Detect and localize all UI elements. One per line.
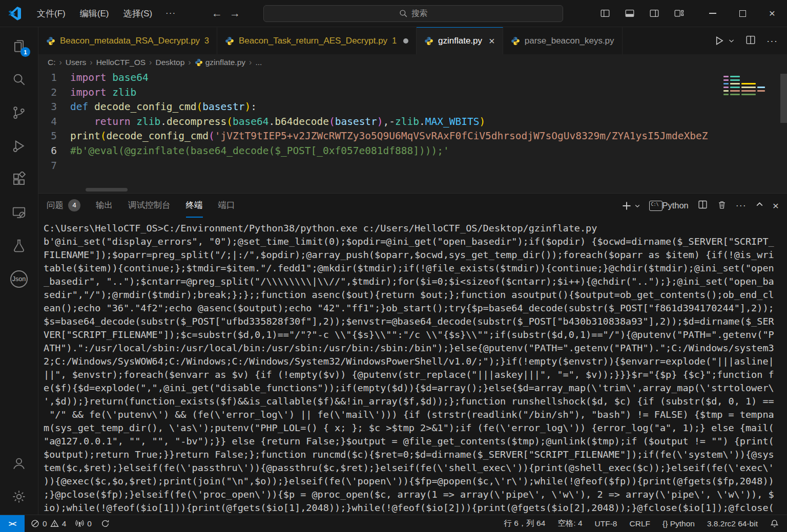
terminal-line: io);while(!@feof($io[1])){print(@fgets($… (44, 501, 787, 515)
title-bar: 文件(F) 编辑(E) 选择(S) ··· ← → 搜索 × (0, 0, 787, 27)
problems-count-badge: 4 (68, 199, 80, 211)
menu-more-icon[interactable]: ··· (160, 6, 181, 20)
account-icon[interactable] (7, 452, 31, 475)
code-line-3[interactable]: 3def decode_config_cmd(basestr): (38, 100, 787, 115)
warning-icon (50, 519, 59, 528)
code-line-6[interactable]: 6#b'@eval(@gzinflate(base64_decode($_POS… (38, 144, 787, 159)
problems-status[interactable]: 0 4 (31, 519, 66, 528)
search-icon (399, 9, 408, 18)
code-line-4[interactable]: 4 return zlib.decompress(base64.b64decod… (38, 115, 787, 130)
breadcrumb-separator-icon: › (248, 58, 253, 67)
menu-selection[interactable]: 选择(S) (117, 6, 158, 22)
remote-explorer-icon[interactable] (7, 201, 31, 224)
terminal-line: ATH").":/usr/local/sbin:/usr/local/bin:/… (44, 342, 787, 355)
tab-parse_beacon_keys.py[interactable]: parse_beacon_keys.py (503, 27, 623, 54)
kill-terminal-icon[interactable] (717, 200, 727, 212)
tab-problem-count: 1 (392, 36, 397, 46)
tab-Beacon_metadata_RSA_Decrypt.py[interactable]: Beacon_metadata_RSA_Decrypt.py3 (38, 27, 217, 54)
sync-status[interactable] (101, 519, 110, 528)
customize-layout-icon[interactable] (669, 5, 689, 22)
terminal-line: m(sys_get_temp_dir(), \'as\');putenv("PH… (44, 421, 787, 435)
toggle-secondary-sidebar-icon[interactable] (645, 5, 664, 22)
editor-vertical-scrollbar[interactable] (780, 74, 787, 123)
nav-forward-icon[interactable]: → (230, 7, 240, 19)
breadcrumb-item[interactable]: HelloCTF_OS (96, 58, 146, 67)
code-line-2[interactable]: 2import zlib (38, 86, 787, 100)
editor-horizontal-scrollbar[interactable] (86, 188, 128, 191)
search-view-icon[interactable] (7, 68, 31, 91)
panel-tab-端口[interactable]: 端口 (218, 194, 235, 218)
tab-gzinflate.py[interactable]: gzinflate.py× (417, 27, 503, 54)
line-number: 3 (38, 100, 70, 115)
breadcrumb-item[interactable]: gzinflate.py (195, 58, 245, 67)
close-window-button[interactable]: × (757, 0, 787, 27)
status-indentation[interactable]: 空格: 4 (557, 518, 582, 529)
menu-file[interactable]: 文件(F) (31, 6, 72, 22)
nav-back-icon[interactable]: ← (212, 7, 222, 19)
vscode-logo-icon (7, 6, 23, 21)
notifications-bell-icon[interactable] (770, 519, 779, 528)
code-line-7[interactable]: 7 (38, 159, 787, 174)
split-terminal-icon[interactable] (697, 199, 708, 212)
terminal-instance-item[interactable]: C:\ Python (649, 201, 688, 211)
code-line-5[interactable]: 5print(decode_config_cmd('jVZtT9tIEP5+v2… (38, 129, 787, 144)
run-python-file-button[interactable] (713, 35, 735, 47)
chevron-down-icon (634, 203, 640, 209)
code-text: #b'@eval(@gzinflate(base64_decode($_POST… (70, 144, 449, 159)
breadcrumb-item[interactable]: Desktop (155, 58, 184, 67)
breadcrumb-item[interactable]: Users (66, 58, 86, 67)
status-eol[interactable]: CRLF (630, 519, 650, 528)
terminal-line: "/" && fe(\'putenv\') && (fe(\'error_log… (44, 408, 787, 421)
breadcrumb-item[interactable]: C: (48, 58, 56, 67)
breadcrumb-separator-icon: › (89, 58, 93, 67)
source-control-icon[interactable] (7, 101, 31, 124)
panel-tab-问题[interactable]: 问题4 (47, 194, 80, 218)
minimap[interactable] (721, 73, 779, 104)
breadcrumb-separator-icon: › (58, 58, 63, 67)
maximize-button[interactable] (728, 0, 757, 27)
status-encoding[interactable]: UTF-8 (595, 519, 617, 528)
python-file-icon (424, 36, 433, 46)
extensions-icon[interactable] (7, 167, 31, 191)
remote-indicator[interactable]: >< (0, 515, 25, 532)
terminal-line: ean();echo "36"."4f2";echo @asenc($outpu… (44, 302, 787, 315)
tab-close-icon[interactable]: × (489, 35, 495, 47)
forwarded-ports-status[interactable]: 0 (75, 519, 92, 528)
testing-icon[interactable] (7, 234, 31, 258)
menu-edit[interactable]: 编辑(E) (74, 6, 115, 22)
run-debug-icon[interactable] (7, 134, 31, 158)
json-extension-icon[interactable]: Json (7, 267, 31, 291)
code-editor[interactable]: 1import base642import zlib3def decode_co… (38, 71, 787, 193)
split-editor-icon[interactable] (745, 34, 756, 48)
bottom-panel: 问题4输出调试控制台终端端口 C:\ Python ··· (38, 193, 787, 515)
new-terminal-button[interactable] (622, 201, 640, 211)
editor-more-actions-icon[interactable]: ··· (767, 35, 778, 47)
minimize-button[interactable] (698, 0, 728, 27)
toggle-sidebar-icon[interactable] (595, 5, 615, 22)
explorer-icon[interactable]: 1 (7, 34, 31, 58)
terminal-line: table($item)){continue;};$tmdir=$item."/… (44, 262, 787, 275)
status-python-interpreter[interactable]: 3.8.2rc2 64-bit (707, 519, 758, 528)
status-cursor-position[interactable]: 行 6，列 64 (504, 518, 545, 529)
command-center-search[interactable]: 搜索 (263, 5, 563, 22)
close-panel-icon[interactable]: × (773, 200, 779, 212)
code-line-1[interactable]: 1import base64 (38, 71, 787, 86)
python-file-icon (46, 36, 55, 46)
status-bar: >< 0 4 0 行 6，列 64空格: 4UTF-8CRLF{} Python… (0, 515, 787, 532)
panel-tab-终端[interactable]: 终端 (186, 194, 203, 218)
plus-icon (622, 201, 632, 211)
panel-more-actions-icon[interactable]: ··· (736, 200, 747, 211)
maximize-panel-icon[interactable] (755, 200, 764, 211)
breadcrumb-label: Desktop (155, 58, 184, 67)
toggle-panel-icon[interactable] (620, 5, 639, 22)
tab-Beacon_Task_return_AES_Decrypt.py[interactable]: Beacon_Task_return_AES_Decrypt.py1 (217, 27, 417, 54)
activity-bar: 1 Json (0, 27, 38, 515)
status-language-mode[interactable]: {} Python (662, 519, 695, 528)
breadcrumb-item[interactable]: ... (255, 58, 262, 67)
panel-tab-输出[interactable]: 输出 (96, 194, 113, 218)
panel-tab-调试控制台[interactable]: 调试控制台 (128, 194, 171, 218)
panel-tab-label: 输出 (96, 200, 113, 211)
settings-gear-icon[interactable] (7, 485, 31, 508)
terminal-line: 2;C:/Windows/SysWOW64;C:/Windows;C:/Wind… (44, 355, 787, 368)
terminal-output[interactable]: C:\Users\HelloCTF_OS>C:/Environment/Pyth… (38, 218, 787, 515)
